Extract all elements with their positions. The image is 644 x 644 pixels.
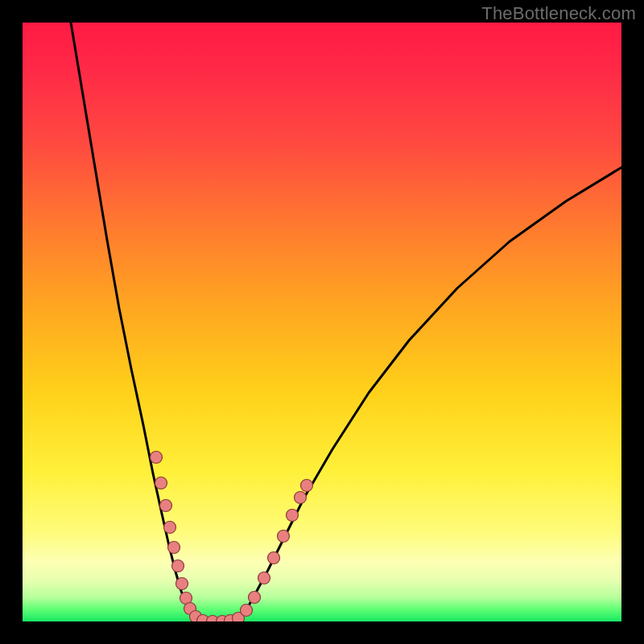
plot-area	[23, 23, 621, 621]
watermark-text: TheBottleneck.com	[481, 3, 636, 24]
heat-gradient-background	[23, 23, 621, 621]
